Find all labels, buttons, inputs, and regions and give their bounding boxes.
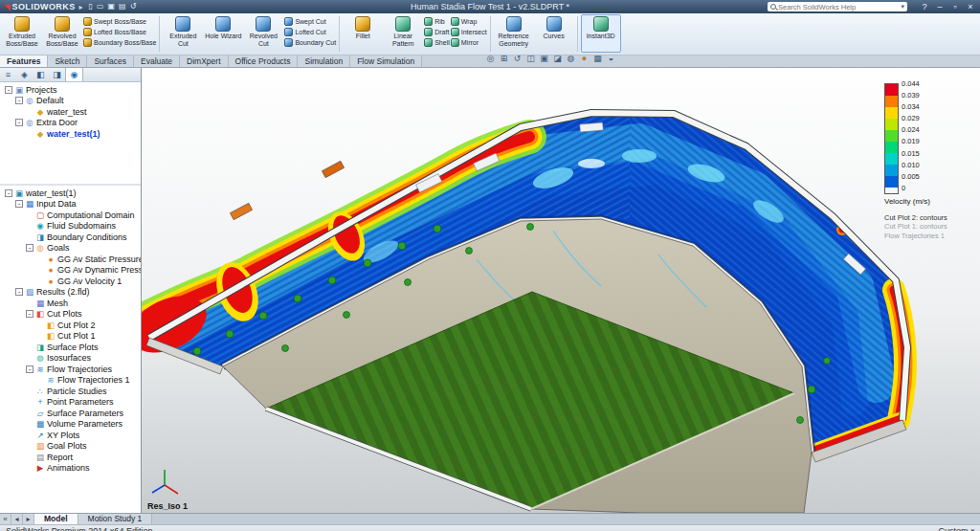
tree-expander[interactable]	[26, 233, 33, 241]
tree-expander[interactable]	[26, 299, 33, 307]
model-tab[interactable]: Model	[34, 514, 78, 524]
ribbon-button[interactable]: Wrap	[450, 16, 487, 27]
tree-item[interactable]: ◨ Boundary Conditions	[2, 232, 141, 243]
tree-item[interactable]: ▥ Goal Plots	[2, 441, 141, 453]
tree-item[interactable]: + Point Parameters	[2, 397, 141, 409]
tree-expander[interactable]	[26, 387, 33, 395]
menu-expand-chevron-icon[interactable]: ▸	[79, 3, 83, 11]
previous-view-icon[interactable]: ↺	[511, 53, 523, 64]
tree-item[interactable]: ◨ Surface Plots	[2, 342, 141, 353]
tree-item[interactable]: ◍ Isosurfaces	[2, 353, 141, 365]
tree-expander[interactable]	[26, 398, 33, 406]
tree-item[interactable]: - ▧ Results (2.fld)	[2, 287, 141, 299]
hide-show-icon[interactable]: ◍	[565, 53, 577, 64]
tree-expander[interactable]	[36, 277, 44, 285]
tree-expander[interactable]: -	[5, 189, 12, 197]
ribbon-button[interactable]: Rib	[423, 16, 450, 27]
tree-expander[interactable]	[36, 255, 44, 263]
tree-expander[interactable]	[26, 420, 33, 428]
ribbon-tab[interactable]: Flow Simulation	[350, 55, 422, 67]
ribbon-button[interactable]: Curves	[534, 14, 574, 53]
restore-icon[interactable]: ▫	[947, 0, 963, 13]
tree-expander[interactable]	[26, 454, 33, 461]
tree-item[interactable]: ◆ water_test	[2, 106, 141, 118]
tree-item[interactable]: - ◧ Cut Plots	[2, 309, 141, 321]
tree-expander[interactable]: -	[5, 86, 12, 94]
ribbon-button[interactable]: Shell	[423, 37, 450, 48]
ribbon-button[interactable]: Hole Wizard	[203, 14, 243, 53]
tree-expander[interactable]	[26, 409, 33, 417]
tree-item[interactable]: ▢ Computational Domain	[2, 210, 141, 221]
tree-item[interactable]: ◉ Fluid Subdomains	[2, 221, 141, 232]
tree-expander[interactable]: -	[26, 365, 33, 373]
tree-expander[interactable]	[26, 130, 33, 138]
tree-expander[interactable]	[36, 376, 44, 384]
ribbon-button[interactable]: Extruded Boss/Base	[2, 14, 42, 53]
ribbon-button[interactable]: Lofted Cut	[283, 27, 336, 37]
tree-item[interactable]: ▤ Report	[2, 452, 141, 463]
tree-expander[interactable]: -	[15, 288, 23, 296]
tree-expander[interactable]: -	[26, 310, 33, 318]
tree-item[interactable]: ▦ Mesh	[2, 298, 141, 309]
custom-dropdown-icon[interactable]: ▾	[970, 527, 974, 531]
appearance-icon[interactable]: ●	[578, 53, 590, 64]
ribbon-button[interactable]: Mirror	[450, 37, 487, 48]
undo-icon[interactable]: ↺	[130, 0, 137, 13]
propertymanager-tab-icon[interactable]: ◈	[16, 68, 33, 81]
tree-expander[interactable]: -	[15, 97, 23, 104]
ribbon-button[interactable]: Instant3D	[581, 14, 621, 53]
3d-model-canvas[interactable]	[142, 68, 980, 513]
ribbon-button[interactable]: Boundary Boss/Base	[82, 37, 156, 48]
custom-view-label[interactable]: Custom	[938, 526, 968, 531]
ribbon-button[interactable]: Boundary Cut	[283, 37, 336, 48]
scene-icon[interactable]: ▦	[591, 53, 604, 64]
ribbon-tab[interactable]: Features	[0, 55, 48, 67]
display-style-icon[interactable]: ◪	[551, 53, 564, 64]
ribbon-tab[interactable]: Surfaces	[87, 55, 134, 67]
new-file-icon[interactable]: ▯	[89, 0, 93, 13]
tree-expander[interactable]	[26, 211, 33, 219]
tree-item[interactable]: - ◎ Default	[2, 96, 141, 107]
minimize-icon[interactable]: –	[932, 0, 947, 13]
ribbon-button[interactable]: Linear Pattern	[383, 14, 423, 53]
tree-item[interactable]: ≋ Flow Trajectories 1	[2, 375, 141, 387]
tree-expander[interactable]	[26, 354, 33, 362]
tree-expander[interactable]: -	[15, 119, 23, 126]
help-search-box[interactable]: ▾	[768, 2, 907, 11]
view-settings-icon[interactable]: ◒	[605, 53, 617, 64]
zoom-area-icon[interactable]: ⊞	[498, 53, 510, 64]
tree-expander[interactable]	[36, 332, 44, 340]
ribbon-button[interactable]: Fillet	[343, 14, 383, 53]
tree-item[interactable]: - ◎ Extra Door	[2, 118, 141, 129]
save-icon[interactable]: ▣	[108, 0, 116, 13]
tree-item[interactable]: ● GG Av Velocity 1	[2, 276, 141, 287]
flow-simulation-tab-icon[interactable]: ◉	[65, 68, 83, 81]
tree-item[interactable]: ◧ Cut Plot 2	[2, 320, 141, 331]
tree-expander[interactable]	[26, 464, 33, 472]
ribbon-button[interactable]: Revolved Boss/Base	[42, 14, 82, 53]
tree-expander[interactable]	[26, 442, 33, 450]
zoom-fit-icon[interactable]: ◎	[484, 53, 497, 64]
ribbon-button[interactable]: Lofted Boss/Base	[82, 27, 156, 37]
tree-item[interactable]: ▱ Surface Parameters	[2, 408, 141, 419]
ribbon-tab[interactable]: Sketch	[48, 55, 87, 67]
help-icon[interactable]: ?	[917, 0, 932, 13]
ribbon-tab[interactable]: DimXpert	[180, 55, 228, 67]
tree-item[interactable]: - ▦ Input Data	[2, 199, 141, 210]
ribbon-button[interactable]: Extruded Cut	[163, 14, 203, 53]
ribbon-button[interactable]: Revolved Cut	[243, 14, 283, 53]
tree-item[interactable]: - ◎ Goals	[2, 243, 141, 254]
tree-item[interactable]: - ▣ water_test(1)	[2, 188, 141, 199]
tree-item[interactable]: ● GG Av Static Pressure 1	[2, 254, 141, 265]
ribbon-button[interactable]: Reference Geometry	[494, 14, 534, 53]
tree-expander[interactable]	[36, 321, 44, 329]
ribbon-button[interactable]: Swept Boss/Base	[82, 16, 156, 27]
section-view-icon[interactable]: ◫	[524, 53, 537, 64]
panel-splitter[interactable]	[0, 144, 141, 186]
ribbon-button[interactable]: Intersect	[450, 27, 487, 37]
tree-item[interactable]: ▶ Animations	[2, 463, 141, 475]
ribbon-tab[interactable]: Office Products	[229, 55, 299, 67]
nav-next-icon[interactable]: ▸	[23, 514, 34, 524]
nav-first-icon[interactable]: «	[0, 514, 11, 524]
ribbon-button[interactable]: Swept Cut	[283, 16, 336, 27]
